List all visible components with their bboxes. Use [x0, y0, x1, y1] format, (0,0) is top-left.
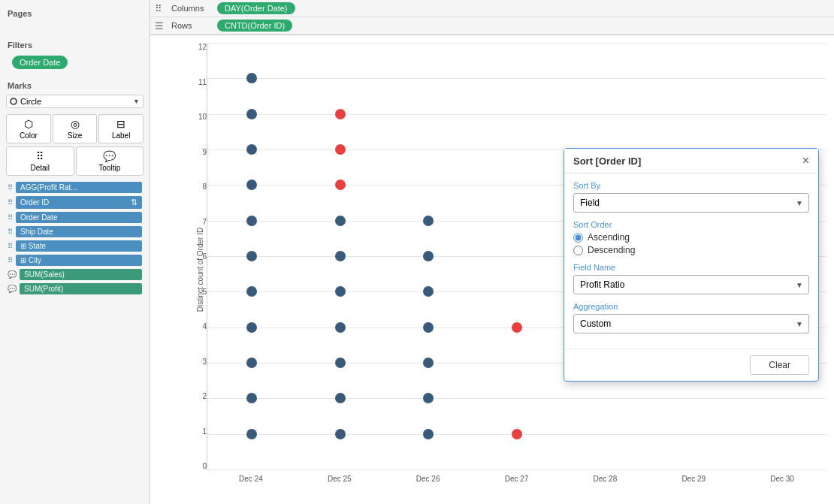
agg-profit-pill[interactable]: AGG(Profit Rat... — [16, 182, 142, 193]
field-name-label: Field Name — [573, 263, 809, 272]
dot-16[interactable] — [335, 286, 346, 297]
mark-field-sum-profit: 💬 SUM(Profit) — [3, 282, 147, 296]
state-pill[interactable]: ⊞ State — [16, 240, 142, 252]
dot-25[interactable] — [423, 358, 434, 368]
x-tick-dec26: Dec 26 — [384, 475, 473, 483]
label-button[interactable]: ⊟ Label — [98, 114, 144, 143]
aggregation-label: Aggregation — [573, 302, 809, 311]
marks-type-label: Circle — [20, 97, 133, 106]
dot-13[interactable] — [335, 180, 346, 190]
dot-2[interactable] — [246, 144, 257, 155]
columns-icon: ⠿ — [155, 3, 167, 14]
shelf-area: ⠿ Columns DAY(Order Date) ☰ Rows CNTD(Or… — [150, 0, 834, 35]
x-tick-dec30: Dec 30 — [738, 475, 826, 483]
ship-date-pill[interactable]: Ship Date — [16, 226, 142, 237]
dot-26[interactable] — [423, 393, 434, 403]
dot-4[interactable] — [246, 216, 257, 226]
agg-profit-label: AGG(Profit Rat... — [20, 183, 77, 192]
tooltip-label: Tooltip — [98, 164, 120, 172]
sort-by-wrapper: Field Data Source Order Alphabetic Manua… — [573, 193, 809, 213]
dot-5[interactable] — [246, 251, 257, 261]
x-tick-dec24: Dec 24 — [207, 475, 295, 483]
sum-sales-pill[interactable]: SUM(Sales) — [20, 269, 142, 280]
label-icon: ⊟ — [116, 118, 125, 130]
field-name-select[interactable]: Profit Ratio Sales Profit — [573, 275, 809, 294]
dot-3[interactable] — [246, 180, 257, 190]
x-tick-dec25: Dec 25 — [295, 475, 384, 483]
sort-order-label: Sort Order — [573, 220, 809, 229]
size-button[interactable]: ◎ Size — [53, 114, 98, 143]
rows-label: Rows — [171, 21, 213, 30]
dot-8[interactable] — [246, 358, 257, 368]
clear-button[interactable]: Clear — [750, 355, 809, 375]
descending-radio[interactable] — [573, 246, 583, 255]
field-name-section: Field Name Profit Ratio Sales Profit ▼ — [573, 263, 809, 294]
grid-line-12 — [207, 43, 826, 44]
dot-6[interactable] — [246, 286, 257, 297]
mark-field-order-id: ⠿ Order ID ⇅ — [3, 195, 147, 210]
mark-field-state: ⠿ ⊞ State — [3, 239, 147, 253]
aggregation-section: Aggregation Custom Sum Average Min Max ▼ — [573, 302, 809, 333]
sort-dialog-close-button[interactable]: × — [802, 155, 809, 167]
dot-20[interactable] — [335, 429, 346, 439]
dot-11[interactable] — [335, 109, 346, 119]
dot-0[interactable] — [246, 73, 257, 83]
dot-12[interactable] — [335, 144, 346, 155]
sort-dialog: Sort [Order ID] × Sort By Field Data Sou… — [564, 148, 819, 382]
dot-23[interactable] — [423, 286, 434, 297]
aggregation-select[interactable]: Custom Sum Average Min Max — [573, 314, 809, 333]
sort-dialog-footer: Clear — [564, 349, 818, 381]
dot-21[interactable] — [423, 216, 434, 226]
order-date-filter[interactable]: Order Date — [12, 56, 68, 69]
ascending-radio[interactable] — [573, 233, 583, 243]
order-id-label: Order ID — [20, 198, 49, 207]
order-id-pill[interactable]: Order ID ⇅ — [16, 196, 142, 209]
tooltip-button[interactable]: 💬 Tooltip — [76, 146, 144, 176]
dot-22[interactable] — [423, 251, 434, 261]
color-label: Color — [20, 131, 38, 140]
dot-1[interactable] — [246, 109, 257, 119]
marks-buttons-2: ⠿ Detail 💬 Tooltip — [0, 146, 150, 179]
dot-10[interactable] — [246, 429, 257, 439]
x-tick-dec28: Dec 28 — [561, 475, 649, 483]
city-pill[interactable]: ⊞ City — [16, 255, 142, 266]
marks-type-dropdown[interactable]: Circle ▼ — [6, 95, 144, 108]
size-icon: ◎ — [71, 118, 80, 130]
dot-14[interactable] — [335, 216, 346, 226]
dot-28[interactable] — [512, 322, 522, 333]
columns-pill[interactable]: DAY(Order Date) — [217, 2, 295, 14]
detail-button[interactable]: ⠿ Detail — [6, 146, 74, 176]
dot-15[interactable] — [335, 251, 346, 261]
x-tick-dec27: Dec 27 — [473, 475, 561, 483]
sort-by-select[interactable]: Field Data Source Order Alphabetic Manua… — [573, 193, 809, 213]
pages-label: Pages — [0, 6, 150, 20]
ascending-radio-row: Ascending — [573, 232, 809, 243]
dot-24[interactable] — [423, 322, 434, 333]
mark-field-agg-profit: ⠿ AGG(Profit Rat... — [3, 180, 147, 195]
field-name-wrapper: Profit Ratio Sales Profit ▼ — [573, 275, 809, 294]
dot-19[interactable] — [335, 393, 346, 403]
rows-pill[interactable]: CNTD(Order ID) — [217, 20, 292, 32]
dot-9[interactable] — [246, 393, 257, 403]
sort-by-section: Sort By Field Data Source Order Alphabet… — [573, 181, 809, 213]
aggregation-wrapper: Custom Sum Average Min Max ▼ — [573, 314, 809, 333]
y-tick-11: 11 — [198, 78, 207, 86]
dot-18[interactable] — [335, 358, 346, 368]
dot-27[interactable] — [423, 429, 434, 439]
dot-17[interactable] — [335, 322, 346, 333]
detail-label: Detail — [30, 164, 50, 172]
chart-area: Distinct count of Order ID 12 11 10 9 8 … — [150, 35, 834, 504]
color-button[interactable]: ⬡ Color — [6, 114, 51, 143]
sum-profit-label: SUM(Profit) — [24, 285, 63, 293]
sort-dialog-body: Sort By Field Data Source Order Alphabet… — [564, 174, 818, 349]
dot-29[interactable] — [512, 429, 522, 439]
sum-profit-pill[interactable]: SUM(Profit) — [20, 283, 142, 294]
dot-7[interactable] — [246, 322, 257, 333]
descending-label: Descending — [588, 245, 635, 255]
x-axis: Dec 24 Dec 25 Dec 26 Dec 27 Dec 28 Dec 2… — [207, 470, 826, 504]
tooltip-icon: 💬 — [103, 150, 116, 162]
order-date-pill-label: Order Date — [20, 213, 57, 222]
order-date-pill[interactable]: Order Date — [16, 212, 142, 223]
ascending-label: Ascending — [588, 232, 630, 243]
sort-dialog-header: Sort [Order ID] × — [564, 149, 818, 174]
